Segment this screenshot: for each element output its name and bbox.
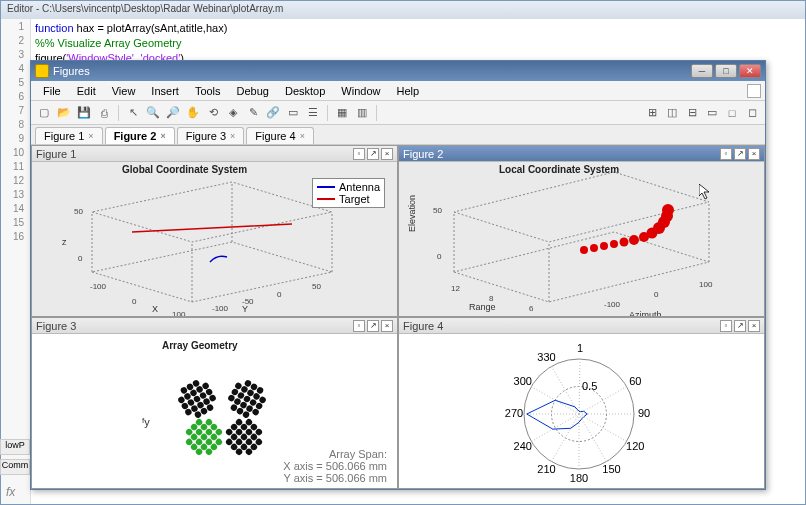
menu-debug[interactable]: Debug [229, 83, 277, 99]
tab-close-icon[interactable]: × [300, 131, 305, 141]
figure2-undock-button[interactable]: ↗ [734, 148, 746, 160]
figure1-pane: Figure 1 ▫ ↗ × Global Coordinate System [31, 145, 398, 317]
menu-edit[interactable]: Edit [69, 83, 104, 99]
line-number: 2 [1, 35, 30, 49]
line-number: 9 [1, 133, 30, 147]
zoom-in-icon[interactable]: 🔍 [144, 104, 162, 122]
svg-text:330: 330 [537, 351, 555, 363]
figure2-zlabel: Elevation [407, 195, 417, 232]
svg-text:0.5: 0.5 [582, 380, 597, 392]
figure2-min-button[interactable]: ▫ [720, 148, 732, 160]
figure1-close-button[interactable]: × [381, 148, 393, 160]
figures-title: Figures [53, 65, 689, 77]
figures-titlebar[interactable]: Figures ─ □ ✕ [31, 61, 765, 81]
menu-tools[interactable]: Tools [187, 83, 229, 99]
line-number: 4 [1, 63, 30, 77]
menu-view[interactable]: View [104, 83, 144, 99]
svg-line-117 [552, 414, 580, 462]
svg-text:270: 270 [505, 407, 523, 419]
figure4-close-button[interactable]: × [748, 320, 760, 332]
editor-gutter: 12345678910111213141516 [1, 19, 31, 504]
svg-text:60: 60 [629, 375, 641, 387]
menu-desktop[interactable]: Desktop [277, 83, 333, 99]
figure1-undock-button[interactable]: ↗ [367, 148, 379, 160]
tile2x2-icon[interactable]: ⊞ [643, 104, 661, 122]
figure1-min-button[interactable]: ▫ [353, 148, 365, 160]
colorbar-icon[interactable]: ▭ [284, 104, 302, 122]
line-number: 16 [1, 231, 30, 245]
svg-point-9 [600, 242, 608, 250]
figure2-ylabel: Azimuth [629, 310, 662, 316]
figure1-titlebar[interactable]: Figure 1 ▫ ↗ × [32, 146, 397, 162]
close-button[interactable]: ✕ [739, 64, 761, 78]
svg-point-12 [629, 235, 639, 245]
line-number: 13 [1, 189, 30, 203]
minimize-button[interactable]: ─ [691, 64, 713, 78]
grid1-icon[interactable]: ▦ [333, 104, 351, 122]
figure2-pane: Figure 2 ▫ ↗ × Local Coordinate System [398, 145, 765, 317]
tab-close-icon[interactable]: × [230, 131, 235, 141]
low-panel-tab[interactable]: lowP [0, 439, 30, 455]
toolbar: ▢📂💾⎙↖🔍🔎✋⟲◈✎🔗▭☰▦▥⊞◫⊟▭□◻ [31, 101, 765, 125]
figure4-title-label: Figure 4 [403, 320, 718, 332]
print-icon[interactable]: ⎙ [95, 104, 113, 122]
tab-figure2[interactable]: Figure 2× [105, 127, 175, 144]
save-icon[interactable]: 💾 [75, 104, 93, 122]
tile1x2-icon[interactable]: ◫ [663, 104, 681, 122]
figure1-zlabel: z [62, 237, 67, 247]
svg-text:1: 1 [577, 342, 583, 354]
figure4-axes-area[interactable]: 160901201501802102402703003300.5 [399, 334, 764, 488]
grid2-icon[interactable]: ▥ [353, 104, 371, 122]
tab-figure4[interactable]: Figure 4× [246, 127, 314, 144]
figure1-axes-area[interactable]: Global Coordinate System [32, 162, 397, 316]
new-icon[interactable]: ▢ [35, 104, 53, 122]
figure2-titlebar[interactable]: Figure 2 ▫ ↗ × [399, 146, 764, 162]
tab-figure1[interactable]: Figure 1× [35, 127, 103, 144]
maximize-button[interactable]: □ [715, 64, 737, 78]
figure3-min-button[interactable]: ▫ [353, 320, 365, 332]
menu-window[interactable]: Window [333, 83, 388, 99]
legend-icon[interactable]: ☰ [304, 104, 322, 122]
brush-icon[interactable]: ✎ [244, 104, 262, 122]
pointer-icon[interactable]: ↖ [124, 104, 142, 122]
rotate-icon[interactable]: ⟲ [204, 104, 222, 122]
tile2x1-icon[interactable]: ⊟ [683, 104, 701, 122]
menu-insert[interactable]: Insert [143, 83, 187, 99]
figure3-undock-button[interactable]: ↗ [367, 320, 379, 332]
array-span-info: Array Span: X axis = 506.066 mm Y axis =… [283, 448, 387, 484]
svg-text:180: 180 [570, 472, 588, 484]
menu-help[interactable]: Help [388, 83, 427, 99]
maxall-icon[interactable]: □ [723, 104, 741, 122]
command-window-tab[interactable]: Comm [0, 459, 30, 475]
figure3-axes-area[interactable]: Array Geometry fy Array Span: X axis = 5… [32, 334, 397, 488]
undock-icon[interactable] [747, 84, 761, 98]
figure3-close-button[interactable]: × [381, 320, 393, 332]
figure3-pane: Figure 3 ▫ ↗ × Array Geometry fy Array S… [31, 317, 398, 489]
svg-text:210: 210 [537, 463, 555, 475]
pan-icon[interactable]: ✋ [184, 104, 202, 122]
datacursor-icon[interactable]: ◈ [224, 104, 242, 122]
figure4-titlebar[interactable]: Figure 4 ▫ ↗ × [399, 318, 764, 334]
link-icon[interactable]: 🔗 [264, 104, 282, 122]
figure1-legend[interactable]: Antenna Target [312, 178, 385, 208]
svg-text:90: 90 [638, 407, 650, 419]
figure4-undock-button[interactable]: ↗ [734, 320, 746, 332]
tab-close-icon[interactable]: × [88, 131, 93, 141]
minall-icon[interactable]: ▭ [703, 104, 721, 122]
line-number: 7 [1, 105, 30, 119]
figure3-titlebar[interactable]: Figure 3 ▫ ↗ × [32, 318, 397, 334]
figure2-close-button[interactable]: × [748, 148, 760, 160]
float-icon[interactable]: ◻ [743, 104, 761, 122]
tab-figure3[interactable]: Figure 3× [177, 127, 245, 144]
svg-text:150: 150 [602, 463, 620, 475]
open-icon[interactable]: 📂 [55, 104, 73, 122]
tab-close-icon[interactable]: × [160, 131, 165, 141]
tab-label: Figure 4 [255, 130, 295, 142]
menu-file[interactable]: File [35, 83, 69, 99]
svg-text:240: 240 [514, 440, 532, 452]
figure4-min-button[interactable]: ▫ [720, 320, 732, 332]
svg-point-18 [662, 204, 674, 216]
zoom-out-icon[interactable]: 🔎 [164, 104, 182, 122]
figure2-axes-area[interactable]: Local Coordinate System [399, 162, 764, 316]
fx-prompt[interactable]: fx [6, 485, 15, 499]
